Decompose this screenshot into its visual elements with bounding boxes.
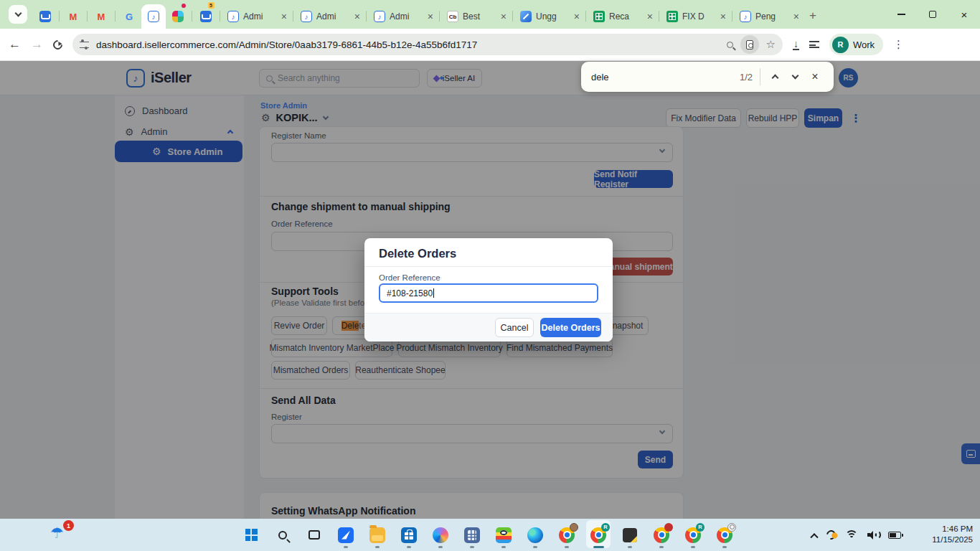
- delete-orders-confirm-button[interactable]: Delete Orders: [540, 318, 601, 337]
- tab-peng[interactable]: ♪ Peng ×: [734, 4, 804, 29]
- tab-close-icon[interactable]: ×: [720, 11, 726, 22]
- pinned-tab-intercom-badge[interactable]: 5: [194, 4, 218, 29]
- gmail-icon: M: [67, 11, 79, 22]
- media-controls-icon[interactable]: [809, 41, 819, 48]
- reload-button[interactable]: [51, 38, 64, 51]
- screen: M M G ♪ 5 ♪ Admi × ♪ Admi × ♪ Admi × Cb …: [0, 0, 980, 551]
- profile-avatar: R: [832, 37, 849, 53]
- tab-title: Admi: [316, 11, 350, 22]
- taskbar-chrome-profile-2[interactable]: [653, 522, 670, 549]
- tab-separator: [192, 11, 192, 22]
- taskbar-chrome-work-active[interactable]: R: [590, 522, 607, 549]
- tab-close-icon[interactable]: ×: [793, 11, 799, 22]
- browser-profile-button[interactable]: R Work: [829, 34, 883, 55]
- find-next-button[interactable]: [785, 67, 805, 87]
- taskbar-file-explorer[interactable]: [369, 522, 386, 549]
- taskbar-copilot[interactable]: [432, 522, 449, 549]
- taskbar-chrome-profile-3[interactable]: R: [684, 522, 702, 549]
- cancel-button[interactable]: Cancel: [495, 318, 534, 337]
- google-icon: G: [123, 11, 135, 22]
- url-text[interactable]: dashboard.isellercommerce.com/Admin/Stor…: [96, 39, 720, 50]
- sync-icon[interactable]: [824, 528, 837, 541]
- tab-admin-2[interactable]: ♪ Admi ×: [295, 4, 364, 29]
- find-query-input[interactable]: dele: [591, 72, 740, 83]
- pinned-tab-slack[interactable]: [166, 4, 190, 29]
- iseller-icon: ♪: [301, 11, 312, 22]
- notification-dot: [182, 4, 186, 8]
- close-window-button[interactable]: ×: [948, 0, 980, 29]
- tab-ungg[interactable]: Ungg ×: [514, 4, 584, 29]
- volume-icon[interactable]: [867, 530, 879, 540]
- tab-title: Ungg: [536, 11, 570, 22]
- task-view-button[interactable]: [306, 522, 323, 549]
- browser-menu-icon[interactable]: ⋮: [893, 38, 904, 51]
- pinned-tab-gmail-2[interactable]: M: [89, 4, 113, 29]
- tab-separator: [512, 11, 513, 22]
- tab-separator: [220, 11, 220, 22]
- tab-close-icon[interactable]: ×: [428, 11, 433, 22]
- start-button[interactable]: [242, 522, 260, 549]
- umbrella-badge: 1: [63, 520, 74, 531]
- tab-fixd[interactable]: FIX D ×: [661, 4, 730, 29]
- taskbar-calculator[interactable]: [463, 522, 481, 549]
- cb-icon: Cb: [447, 11, 458, 22]
- battery-icon[interactable]: [888, 532, 901, 539]
- taskbar-bluestacks[interactable]: [495, 522, 512, 549]
- order-reference-input[interactable]: #108-21580: [379, 283, 598, 303]
- tab-admin-1[interactable]: ♪ Admi ×: [222, 4, 291, 29]
- forward-button[interactable]: →: [31, 37, 43, 52]
- back-button[interactable]: ←: [9, 37, 21, 52]
- bluestacks-icon: [496, 527, 512, 543]
- taskbar-chrome-profile-4[interactable]: [716, 522, 733, 549]
- pinned-tab-google[interactable]: G: [117, 4, 141, 29]
- sheets-icon: [593, 11, 605, 22]
- tab-close-icon[interactable]: ×: [501, 11, 507, 22]
- tab-search-button[interactable]: [9, 5, 27, 24]
- tab-admin-3[interactable]: ♪ Admi ×: [368, 4, 438, 29]
- slack-icon: [172, 11, 184, 22]
- minimize-button[interactable]: [885, 0, 917, 29]
- pinned-tab-iseller-active[interactable]: ♪: [141, 4, 166, 29]
- wifi-icon[interactable]: [845, 530, 858, 540]
- modal-title: Delete Orders: [379, 247, 456, 260]
- new-tab-button[interactable]: +: [809, 9, 816, 22]
- sticky-notes-icon: [623, 528, 637, 542]
- umbrella-tray-icon[interactable]: ☂: [50, 524, 64, 542]
- taskbar-sticky-notes[interactable]: [621, 522, 639, 549]
- find-close-button[interactable]: ×: [805, 67, 825, 87]
- clock-time: 1:46 PM: [932, 524, 973, 534]
- tab-close-icon[interactable]: ×: [647, 11, 653, 22]
- running-indicator: [344, 546, 348, 548]
- profile-label: Work: [853, 39, 875, 50]
- calculator-icon: [464, 527, 480, 543]
- chevron-up-icon: [771, 75, 778, 82]
- downloads-icon[interactable]: ↓: [793, 39, 799, 50]
- window-controls: ×: [885, 0, 980, 29]
- site-info-icon[interactable]: [80, 42, 89, 48]
- address-bar[interactable]: dashboard.isellercommerce.com/Admin/Stor…: [72, 34, 783, 55]
- taskbar-clock[interactable]: 1:46 PM 11/15/2025: [932, 524, 973, 545]
- taskbar-edge[interactable]: [527, 522, 544, 549]
- pinned-tab-gmail-1[interactable]: M: [61, 4, 85, 29]
- text-caret: [433, 288, 434, 298]
- taskbar-chrome-profile-1[interactable]: [558, 522, 575, 549]
- find-in-page-icon[interactable]: [740, 35, 759, 54]
- maximize-button[interactable]: [917, 0, 948, 29]
- tab-best[interactable]: Cb Best ×: [441, 4, 511, 29]
- tab-title: FIX D: [682, 11, 716, 22]
- tab-close-icon[interactable]: ×: [281, 11, 287, 22]
- pinned-tab-intercom[interactable]: [33, 4, 57, 29]
- tray-expand-icon[interactable]: [810, 533, 818, 541]
- running-indicator: [407, 546, 411, 548]
- taskbar-ms-store[interactable]: [400, 522, 418, 549]
- tab-close-icon[interactable]: ×: [354, 11, 360, 22]
- tab-separator: [87, 11, 88, 22]
- bookmark-star-icon[interactable]: ☆: [766, 38, 776, 51]
- taskbar-app-wing[interactable]: [337, 522, 354, 549]
- tab-close-icon[interactable]: ×: [574, 11, 580, 22]
- running-indicator: [722, 546, 727, 548]
- taskbar-search-button[interactable]: [274, 522, 291, 549]
- find-previous-button[interactable]: [765, 67, 785, 87]
- tab-reca[interactable]: Reca ×: [588, 4, 657, 29]
- zoom-icon[interactable]: [727, 42, 733, 48]
